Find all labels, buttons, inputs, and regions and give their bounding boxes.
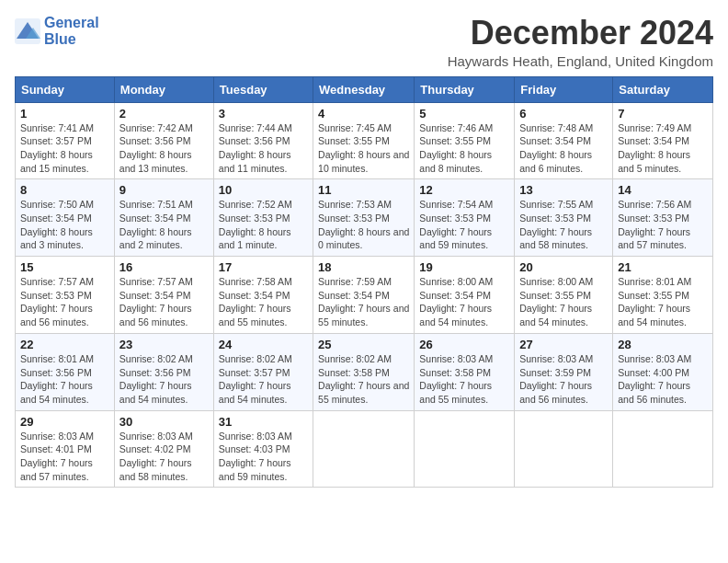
calendar-week-row: 29Sunrise: 8:03 AMSunset: 4:01 PMDayligh… [16,410,713,488]
calendar-cell: 4Sunrise: 7:45 AMSunset: 3:55 PMDaylight… [313,102,415,179]
day-detail: Sunrise: 7:53 AMSunset: 3:53 PMDaylight:… [318,198,409,252]
day-detail: Sunrise: 8:03 AMSunset: 4:02 PMDaylight:… [119,430,209,484]
day-detail: Sunrise: 7:56 AMSunset: 3:53 PMDaylight:… [618,198,708,252]
day-number: 21 [618,260,708,274]
calendar-week-row: 1Sunrise: 7:41 AMSunset: 3:57 PMDaylight… [16,102,713,179]
weekday-header-row: SundayMondayTuesdayWednesdayThursdayFrid… [16,76,713,102]
day-detail: Sunrise: 8:02 AMSunset: 3:57 PMDaylight:… [219,352,308,407]
day-detail: Sunrise: 7:41 AMSunset: 3:57 PMDaylight:… [20,121,109,176]
day-detail: Sunrise: 7:45 AMSunset: 3:55 PMDaylight:… [318,121,409,176]
calendar-cell: 29Sunrise: 8:03 AMSunset: 4:01 PMDayligh… [16,410,115,488]
day-number: 2 [119,107,209,121]
page-header: General Blue December 2024 Haywards Heat… [15,15,713,69]
day-number: 25 [318,338,409,351]
day-detail: Sunrise: 8:03 AMSunset: 4:00 PMDaylight:… [618,352,708,407]
day-number: 1 [20,107,109,121]
day-detail: Sunrise: 7:57 AMSunset: 3:54 PMDaylight:… [119,275,209,329]
day-detail: Sunrise: 7:42 AMSunset: 3:56 PMDaylight:… [119,121,209,176]
calendar-cell: 11Sunrise: 7:53 AMSunset: 3:53 PMDayligh… [313,179,415,257]
calendar-cell: 19Sunrise: 8:00 AMSunset: 3:54 PMDayligh… [415,257,515,334]
day-detail: Sunrise: 8:03 AMSunset: 3:58 PMDaylight:… [419,352,509,407]
day-number: 10 [219,183,308,197]
day-detail: Sunrise: 8:02 AMSunset: 3:56 PMDaylight:… [119,352,209,407]
calendar-cell: 15Sunrise: 7:57 AMSunset: 3:53 PMDayligh… [16,257,115,334]
calendar-cell: 23Sunrise: 8:02 AMSunset: 3:56 PMDayligh… [114,333,213,410]
day-detail: Sunrise: 7:44 AMSunset: 3:56 PMDaylight:… [219,121,308,176]
calendar-cell: 31Sunrise: 8:03 AMSunset: 4:03 PMDayligh… [213,410,313,488]
calendar-cell: 26Sunrise: 8:03 AMSunset: 3:58 PMDayligh… [415,333,515,410]
day-detail: Sunrise: 7:46 AMSunset: 3:55 PMDaylight:… [419,121,509,176]
calendar-cell [313,410,415,488]
day-detail: Sunrise: 7:52 AMSunset: 3:53 PMDaylight:… [219,198,308,252]
day-number: 16 [119,260,209,274]
calendar-cell: 20Sunrise: 8:00 AMSunset: 3:55 PMDayligh… [515,257,613,334]
day-detail: Sunrise: 8:03 AMSunset: 4:01 PMDaylight:… [20,430,109,484]
day-detail: Sunrise: 8:01 AMSunset: 3:55 PMDaylight:… [618,275,708,329]
day-number: 11 [318,183,409,197]
day-detail: Sunrise: 7:54 AMSunset: 3:53 PMDaylight:… [419,198,509,252]
calendar-cell: 28Sunrise: 8:03 AMSunset: 4:00 PMDayligh… [613,333,713,410]
calendar-cell: 12Sunrise: 7:54 AMSunset: 3:53 PMDayligh… [415,179,515,257]
day-number: 9 [119,183,209,197]
calendar-table: SundayMondayTuesdayWednesdayThursdayFrid… [15,76,713,488]
title-block: December 2024 Haywards Heath, England, U… [448,15,713,69]
day-number: 18 [318,260,409,274]
weekday-header-thursday: Thursday [415,76,515,102]
calendar-cell: 18Sunrise: 7:59 AMSunset: 3:54 PMDayligh… [313,257,415,334]
day-number: 6 [519,107,608,121]
day-number: 5 [419,107,509,121]
day-number: 7 [618,107,708,121]
calendar-cell: 22Sunrise: 8:01 AMSunset: 3:56 PMDayligh… [16,333,115,410]
weekday-header-sunday: Sunday [16,76,115,102]
day-detail: Sunrise: 8:00 AMSunset: 3:54 PMDaylight:… [419,275,509,329]
calendar-cell: 6Sunrise: 7:48 AMSunset: 3:54 PMDaylight… [515,102,613,179]
day-detail: Sunrise: 8:02 AMSunset: 3:58 PMDaylight:… [318,352,409,407]
calendar-cell: 7Sunrise: 7:49 AMSunset: 3:54 PMDaylight… [613,102,713,179]
day-number: 15 [20,260,109,274]
calendar-week-row: 8Sunrise: 7:50 AMSunset: 3:54 PMDaylight… [16,179,713,257]
logo-text: General Blue [44,15,99,47]
calendar-cell: 24Sunrise: 8:02 AMSunset: 3:57 PMDayligh… [213,333,313,410]
day-detail: Sunrise: 7:59 AMSunset: 3:54 PMDaylight:… [318,275,409,329]
calendar-week-row: 15Sunrise: 7:57 AMSunset: 3:53 PMDayligh… [16,257,713,334]
month-title: December 2024 [448,15,713,52]
weekday-header-friday: Friday [515,76,613,102]
day-number: 20 [519,260,608,274]
day-number: 31 [219,415,308,429]
day-detail: Sunrise: 7:58 AMSunset: 3:54 PMDaylight:… [219,275,308,329]
weekday-header-tuesday: Tuesday [213,76,313,102]
day-number: 29 [20,415,109,429]
calendar-cell: 2Sunrise: 7:42 AMSunset: 3:56 PMDaylight… [114,102,213,179]
day-detail: Sunrise: 7:57 AMSunset: 3:53 PMDaylight:… [20,275,109,329]
weekday-header-monday: Monday [114,76,213,102]
weekday-header-saturday: Saturday [613,76,713,102]
day-number: 3 [219,107,308,121]
day-number: 17 [219,260,308,274]
logo: General Blue [15,15,99,47]
calendar-cell: 16Sunrise: 7:57 AMSunset: 3:54 PMDayligh… [114,257,213,334]
calendar-cell: 1Sunrise: 7:41 AMSunset: 3:57 PMDaylight… [16,102,115,179]
calendar-cell: 25Sunrise: 8:02 AMSunset: 3:58 PMDayligh… [313,333,415,410]
day-detail: Sunrise: 7:50 AMSunset: 3:54 PMDaylight:… [20,198,109,252]
weekday-header-wednesday: Wednesday [313,76,415,102]
day-detail: Sunrise: 7:48 AMSunset: 3:54 PMDaylight:… [519,121,608,176]
calendar-cell: 13Sunrise: 7:55 AMSunset: 3:53 PMDayligh… [515,179,613,257]
day-number: 30 [119,415,209,429]
calendar-cell: 21Sunrise: 8:01 AMSunset: 3:55 PMDayligh… [613,257,713,334]
logo-icon [15,18,40,44]
day-number: 8 [20,183,109,197]
day-number: 14 [618,183,708,197]
calendar-cell: 8Sunrise: 7:50 AMSunset: 3:54 PMDaylight… [16,179,115,257]
calendar-week-row: 22Sunrise: 8:01 AMSunset: 3:56 PMDayligh… [16,333,713,410]
day-detail: Sunrise: 7:51 AMSunset: 3:54 PMDaylight:… [119,198,209,252]
calendar-cell: 10Sunrise: 7:52 AMSunset: 3:53 PMDayligh… [213,179,313,257]
calendar-cell [613,410,713,488]
day-number: 28 [618,338,708,351]
day-detail: Sunrise: 7:49 AMSunset: 3:54 PMDaylight:… [618,121,708,176]
day-number: 19 [419,260,509,274]
day-number: 22 [20,338,109,351]
calendar-cell: 30Sunrise: 8:03 AMSunset: 4:02 PMDayligh… [114,410,213,488]
day-detail: Sunrise: 8:03 AMSunset: 3:59 PMDaylight:… [519,352,608,407]
day-number: 12 [419,183,509,197]
day-number: 13 [519,183,608,197]
